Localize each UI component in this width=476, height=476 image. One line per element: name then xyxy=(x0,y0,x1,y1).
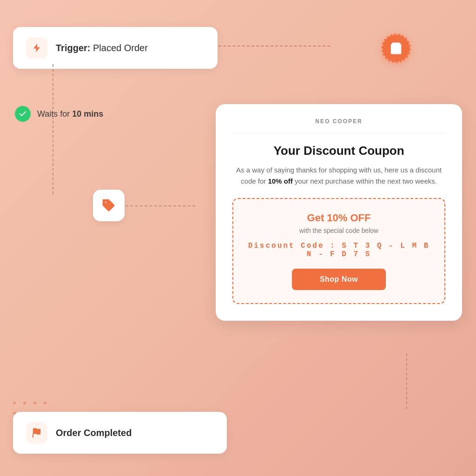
trigger-label: Trigger: Placed Order xyxy=(56,43,148,53)
discount-highlight: 10% OFF xyxy=(327,212,370,224)
desc-bold: 10% off xyxy=(268,177,292,185)
order-label: Order Completed xyxy=(56,428,132,438)
cart-icon xyxy=(389,41,403,55)
tag-box xyxy=(93,190,125,221)
shop-now-button[interactable]: Shop Now xyxy=(292,269,386,290)
h-connector-line xyxy=(218,46,330,46)
wait-duration: 10 mins xyxy=(72,109,103,119)
lightning-svg xyxy=(32,43,42,53)
wait-label: Waits for xyxy=(37,109,72,119)
coupon-title: Your Discount Coupon xyxy=(232,144,445,158)
coupon-card: NEO COOPER Your Discount Coupon As a way… xyxy=(216,104,462,321)
h-connector-line-2 xyxy=(126,205,195,206)
order-card: Order Completed xyxy=(13,412,227,454)
cart-bubble xyxy=(381,33,411,63)
tag-icon xyxy=(101,198,116,213)
trigger-prefix: Trigger: xyxy=(56,43,90,53)
lightning-icon xyxy=(26,37,47,59)
trigger-value: Placed Order xyxy=(93,43,148,53)
code-label: Discount Code : xyxy=(248,242,336,250)
v-connector-left xyxy=(53,64,53,194)
flag-svg xyxy=(31,427,42,438)
brand-name: NEO COOPER xyxy=(232,118,445,133)
v-connector-right xyxy=(406,353,407,409)
wait-text: Waits for 10 mins xyxy=(37,109,103,119)
coupon-sub: with the special code below xyxy=(243,227,435,234)
coupon-code: Discount Code : S T 3 Q - L M B N - F D … xyxy=(243,242,435,258)
wait-badge: Waits for 10 mins xyxy=(15,106,103,122)
desc-part2: your next purchase within the next two w… xyxy=(293,177,437,185)
coupon-description: As a way of saying thanks for shopping w… xyxy=(232,165,445,187)
get-label: Get xyxy=(307,212,327,224)
coupon-box: Get 10% OFF with the special code below … xyxy=(232,198,445,304)
checkmark-svg xyxy=(19,110,27,118)
flag-icon xyxy=(26,422,47,443)
trigger-card: Trigger: Placed Order xyxy=(13,27,218,69)
check-icon xyxy=(15,106,31,122)
coupon-get: Get 10% OFF xyxy=(243,212,435,224)
